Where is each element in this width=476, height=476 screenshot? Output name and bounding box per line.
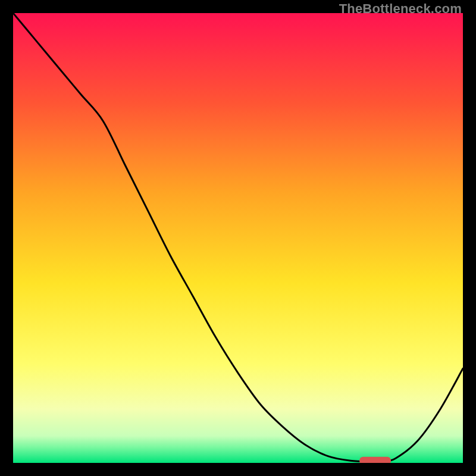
- chart-plot: [13, 13, 463, 463]
- watermark-text: TheBottleneck.com: [339, 1, 462, 17]
- chart-background-gradient: [13, 13, 463, 463]
- minimum-marker: [359, 457, 391, 463]
- chart-frame: [13, 13, 463, 463]
